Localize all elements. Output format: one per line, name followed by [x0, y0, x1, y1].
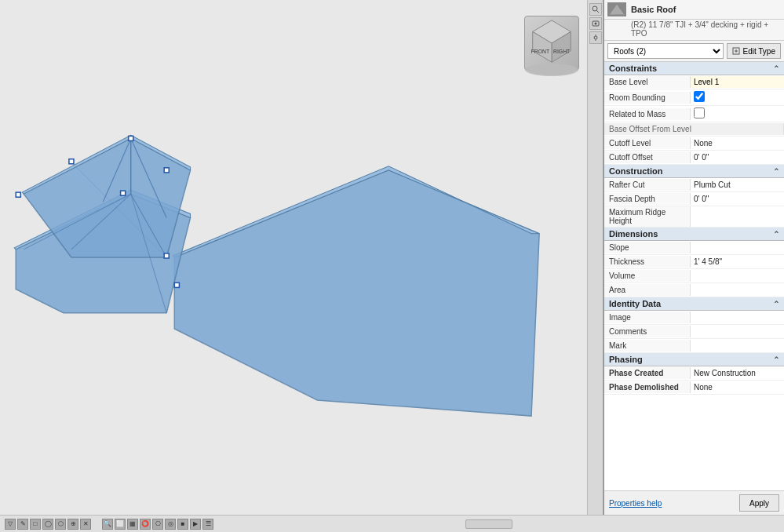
- properties-list: Constraints ⌃ Base Level Room Bounding R…: [604, 62, 784, 490]
- properties-panel: Basic Roof (R2) 11 7/8" TJI + 3/4" decki…: [603, 0, 784, 515]
- element-icon: [607, 2, 626, 16]
- status-icon-7[interactable]: ✕: [80, 519, 91, 530]
- prop-row-room-bounding: Room Bounding: [604, 89, 784, 106]
- status-icon-11[interactable]: ⭕: [140, 519, 151, 530]
- nav-cube[interactable]: RIGHT FRONT: [524, 16, 587, 78]
- element-name: Basic Roof: [631, 5, 781, 14]
- section-collapse-phasing[interactable]: ⌃: [773, 355, 779, 364]
- viewport: RIGHT FRONT: [0, 0, 603, 515]
- prop-row-max-ridge-height: Maximum Ridge Height: [604, 206, 784, 228]
- nav-cube-svg: RIGHT FRONT: [525, 16, 578, 71]
- room-bounding-checkbox[interactable]: [694, 91, 705, 102]
- tool-settings[interactable]: [589, 31, 602, 44]
- prop-row-thickness: Thickness 1' 4 5/8": [604, 255, 784, 269]
- section-collapse-identity-data[interactable]: ⌃: [773, 300, 779, 308]
- status-icon-10[interactable]: ▦: [127, 519, 138, 530]
- section-header-dimensions[interactable]: Dimensions ⌃: [604, 228, 784, 241]
- prop-value-comments: [691, 330, 784, 333]
- status-icon-9[interactable]: ⬜: [115, 519, 126, 530]
- svg-text:FRONT: FRONT: [531, 49, 549, 54]
- prop-value-fascia-depth: 0' 0": [691, 193, 784, 205]
- related-to-mass-checkbox[interactable]: [694, 107, 705, 118]
- svg-rect-20: [121, 191, 126, 195]
- prop-row-fascia-depth: Fascia Depth 0' 0": [604, 192, 784, 206]
- svg-point-28: [593, 6, 597, 11]
- prop-value-thickness: 1' 4 5/8": [691, 256, 784, 268]
- prop-value-slope: [691, 246, 784, 250]
- section-collapse-dimensions[interactable]: ⌃: [773, 230, 779, 239]
- status-icon-8[interactable]: 🔍: [102, 519, 113, 530]
- tool-camera[interactable]: [589, 17, 602, 30]
- prop-value-image: [691, 316, 784, 319]
- svg-rect-17: [16, 192, 20, 197]
- status-icon-5[interactable]: ⬡: [55, 519, 66, 530]
- svg-text:RIGHT: RIGHT: [553, 49, 570, 54]
- prop-value-phase-demolished: None: [691, 381, 784, 393]
- prop-value-rafter-cut: Plumb Cut: [691, 179, 784, 191]
- prop-value-max-ridge-height: [691, 215, 784, 218]
- element-selector[interactable]: Roofs (2)Roofs (1)All Elements: [607, 43, 724, 59]
- status-icon-14[interactable]: ■: [177, 519, 188, 530]
- main-area: RIGHT FRONT Basic Roof: [0, 0, 784, 515]
- svg-marker-35: [609, 4, 625, 15]
- svg-point-31: [594, 23, 596, 25]
- status-center: [465, 519, 512, 529]
- section-header-construction[interactable]: Construction ⌃: [604, 165, 784, 178]
- svg-rect-22: [174, 282, 179, 287]
- section-collapse-construction[interactable]: ⌃: [773, 167, 779, 176]
- svg-point-32: [594, 36, 597, 39]
- section-header-constraints[interactable]: Constraints ⌃: [604, 62, 784, 75]
- apply-button[interactable]: Apply: [739, 494, 779, 512]
- prop-row-mark: Mark: [604, 339, 784, 353]
- prop-value-related-to-mass[interactable]: [691, 106, 784, 122]
- svg-rect-21: [164, 253, 169, 258]
- prop-row-rafter-cut: Rafter Cut Plumb Cut: [604, 178, 784, 192]
- prop-row-phase-created: Phase Created New Construction: [604, 366, 784, 381]
- prop-value-cutoff-offset: 0' 0": [691, 151, 784, 163]
- edit-type-button[interactable]: Edit Type: [727, 43, 781, 59]
- selector-row: Roofs (2)Roofs (1)All Elements Edit Type: [604, 41, 784, 62]
- status-icon-3[interactable]: □: [30, 519, 41, 530]
- prop-row-image: Image: [604, 311, 784, 325]
- svg-rect-18: [129, 136, 133, 140]
- prop-row-phase-demolished: Phase Demolished None: [604, 381, 784, 395]
- element-header: Basic Roof: [604, 0, 784, 20]
- status-icon-6[interactable]: ⊕: [67, 519, 78, 530]
- status-icon-13[interactable]: ◎: [165, 519, 176, 530]
- viewport-right-tools: [587, 0, 603, 515]
- section-header-identity-data[interactable]: Identity Data ⌃: [604, 297, 784, 311]
- base-level-input[interactable]: [694, 78, 781, 86]
- status-icon-16[interactable]: ☰: [202, 519, 213, 530]
- status-scrollbar[interactable]: [465, 519, 512, 529]
- tool-zoom[interactable]: [589, 3, 602, 16]
- prop-row-cutoff-level: Cutoff Level None: [604, 137, 784, 151]
- prop-row-base-offset-header: Base Offset From Level: [604, 122, 784, 137]
- roof-viewport-svg: [0, 0, 603, 515]
- prop-value-phase-created: New Construction: [691, 367, 784, 379]
- edit-type-icon: [732, 47, 740, 55]
- prop-value-cutoff-level: None: [691, 137, 784, 149]
- panel-footer: Properties help Apply: [604, 490, 784, 515]
- status-icon-2[interactable]: ✎: [17, 519, 28, 530]
- prop-row-volume: Volume: [604, 269, 784, 283]
- status-bar: ▽ ✎ □ ◯ ⬡ ⊕ ✕ 🔍 ⬜ ▦ ⭕ ⎔ ◎ ■ ▶ ☰: [0, 515, 784, 532]
- svg-rect-19: [164, 168, 169, 173]
- status-left: ▽ ✎ □ ◯ ⬡ ⊕ ✕ 🔍 ⬜ ▦ ⭕ ⎔ ◎ ■ ▶ ☰: [5, 519, 213, 530]
- prop-value-room-bounding[interactable]: [691, 89, 784, 105]
- prop-row-cutoff-offset: Cutoff Offset 0' 0": [604, 151, 784, 165]
- prop-value-base-level[interactable]: [691, 76, 784, 88]
- prop-row-area: Area: [604, 283, 784, 297]
- prop-value-mark: [691, 344, 784, 348]
- prop-row-comments: Comments: [604, 325, 784, 339]
- prop-value-area: [691, 289, 784, 292]
- status-icon-15[interactable]: ▶: [190, 519, 201, 530]
- status-icon-1[interactable]: ▽: [5, 519, 16, 530]
- properties-help-link[interactable]: Properties help: [609, 499, 662, 508]
- svg-rect-16: [69, 159, 74, 164]
- svg-line-29: [596, 11, 599, 13]
- section-header-phasing[interactable]: Phasing ⌃: [604, 353, 784, 366]
- prop-row-slope: Slope: [604, 241, 784, 255]
- section-collapse-constraints[interactable]: ⌃: [773, 64, 779, 73]
- status-icon-12[interactable]: ⎔: [152, 519, 163, 530]
- status-icon-4[interactable]: ◯: [42, 519, 53, 530]
